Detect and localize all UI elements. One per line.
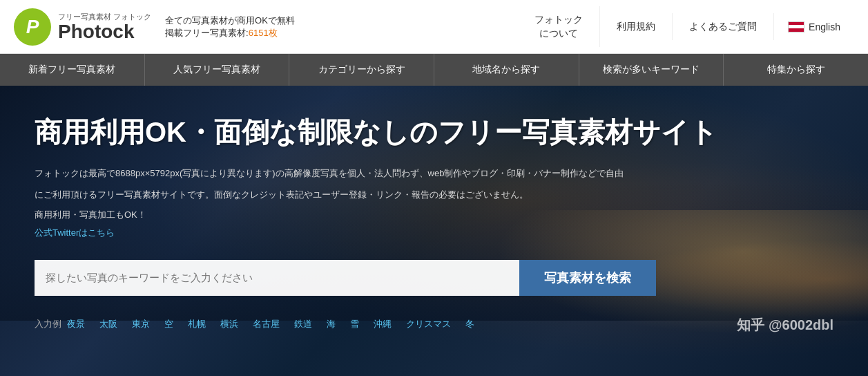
flag-icon [788,21,804,32]
logo-area[interactable]: P フリー写真素材 フォトック Photock [14,8,151,46]
keyword-sea[interactable]: 海 [327,318,336,330]
nav-faq[interactable]: よくあるご質問 [673,13,774,41]
keyword-yokohama[interactable]: 横浜 [220,318,238,330]
header: P フリー写真素材 フォトック Photock 全ての写真素材が商用OKで無料 … [0,0,868,54]
keyword-osaka[interactable]: 太阪 [99,318,117,330]
hero-desc3: 商用利用・写真加工もOK！ [35,209,833,221]
hero-twitter[interactable]: 公式Twitterはこちら [35,227,833,239]
keyword-snow[interactable]: 雪 [350,318,359,330]
keyword-christmas[interactable]: クリスマス [406,318,451,330]
logo-icon: P [14,8,51,46]
nav-terms[interactable]: 利用規約 [600,13,673,41]
search-input[interactable] [35,260,519,296]
keyword-okinawa[interactable]: 沖縄 [374,318,392,330]
search-bar: 写真素材を検索 [35,260,656,296]
hero-title: 商用利用OK・面倒な制限なしのフリー写真素材サイト [35,113,833,151]
tagline-line1: 全ての写真素材が商用OKで無料 [165,15,295,27]
keyword-sky[interactable]: 空 [164,318,173,330]
hero-content: 商用利用OK・面倒な制限なしのフリー写真素材サイト フォトックは最高で8688p… [35,113,833,296]
logo-main: Photock [58,22,151,41]
nav-popular-photos[interactable]: 人気フリー写真素材 [145,54,290,86]
nav-new-photos[interactable]: 新着フリー写真素材 [0,54,145,86]
hero-desc2: にご利用頂けるフリー写真素材サイトです。面倒なクレジット表記やユーザー登録・リン… [35,187,833,203]
keyword-sapporo[interactable]: 札幌 [188,318,206,330]
watermark: 知乎 @6002dbl [737,316,833,335]
lang-switcher[interactable]: English [774,15,854,39]
header-nav: フォトックについて 利用規約 よくあるご質問 English [518,6,854,47]
nav-region[interactable]: 地域名から探す [434,54,579,86]
nav-about[interactable]: フォトックについて [518,6,600,47]
keyword-tokyo[interactable]: 東京 [132,318,150,330]
hero-section: 商用利用OK・面倒な制限なしのフリー写真素材サイト フォトックは最高で8688p… [0,86,868,376]
keywords-label: 入力例 [35,318,61,330]
keyword-nagoya[interactable]: 名古屋 [253,318,280,330]
keyword-winter[interactable]: 冬 [465,318,474,330]
nav-category[interactable]: カテゴリーから探す [289,54,434,86]
hero-desc1: フォトックは最高で8688px×5792px(写真により異なります)の高解像度写… [35,165,833,181]
keyword-night[interactable]: 夜景 [67,318,85,330]
search-button[interactable]: 写真素材を検索 [519,260,656,296]
hero-keywords: 入力例 夜景 太阪 東京 空 札幌 横浜 名古屋 鉄道 海 雪 沖縄 クリスマス… [35,310,833,339]
keyword-railway[interactable]: 鉄道 [294,318,312,330]
logo-text-area: フリー写真素材 フォトック Photock [58,12,151,41]
header-tagline: 全ての写真素材が商用OKで無料 掲載フリー写真素材:6151枚 [165,15,295,39]
lang-label: English [809,21,840,32]
nav-bar: 新着フリー写真素材 人気フリー写真素材 カテゴリーから探す 地域名から探す 検索… [0,54,868,86]
nav-keywords[interactable]: 検索が多いキーワード [579,54,724,86]
tagline-line2: 掲載フリー写真素材:6151枚 [165,27,295,39]
twitter-link[interactable]: 公式Twitterはこちら [35,227,115,238]
nav-special[interactable]: 特集から探す [724,54,868,86]
